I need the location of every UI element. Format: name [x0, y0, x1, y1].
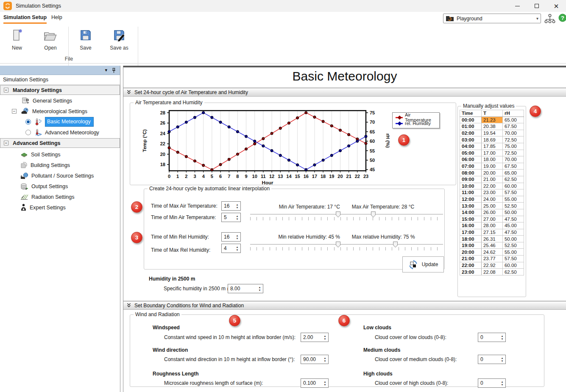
minimize-button[interactable]: [507, 0, 527, 12]
table-cell-humidity[interactable]: 60.00: [502, 262, 524, 269]
spinner-buttons[interactable]: ▲▼: [234, 213, 240, 222]
table-cell-time[interactable]: 09:00: [460, 176, 482, 183]
spinner-value[interactable]: 2.00: [301, 333, 322, 342]
table-cell-humidity[interactable]: 70.00: [502, 130, 524, 136]
table-cell-time[interactable]: 06:00: [460, 156, 482, 163]
spinner-value[interactable]: 0: [478, 379, 499, 387]
table-cell-humidity[interactable]: 65.00: [502, 170, 524, 176]
spinner-buttons[interactable]: ▲▼: [322, 355, 328, 364]
table-cell-humidity[interactable]: 47.50: [502, 229, 524, 236]
table-cell-time[interactable]: 10:00: [460, 183, 482, 189]
table-cell-temperature[interactable]: 17.85: [481, 143, 502, 150]
spin-up-icon[interactable]: ▲: [236, 215, 239, 217]
spin-up-icon[interactable]: ▲: [236, 203, 239, 206]
table-cell-temperature[interactable]: 25.46: [481, 242, 502, 249]
table-cell-time[interactable]: 05:00: [460, 150, 482, 156]
radio-selected-icon[interactable]: [25, 119, 31, 125]
time-max-air-temp-spinner[interactable]: 16 ▲▼: [221, 201, 241, 211]
spin-up-icon[interactable]: ▲: [324, 335, 326, 337]
humidity-range-slider[interactable]: [250, 244, 443, 245]
menu-help[interactable]: Help: [51, 14, 62, 22]
table-cell-time[interactable]: 04:00: [460, 143, 482, 150]
spinner-buttons[interactable]: ▲▼: [322, 333, 328, 342]
spin-down-icon[interactable]: ▼: [236, 218, 239, 220]
spin-up-icon[interactable]: ▲: [324, 381, 326, 383]
low-clouds-spinner[interactable]: 0 ▲▼: [478, 333, 506, 342]
sidebar-item-radiation-settings[interactable]: Radiation Settings: [20, 192, 74, 202]
table-cell-temperature[interactable]: 19.54: [481, 130, 502, 136]
spinner-buttons[interactable]: ▲▼: [499, 355, 505, 364]
table-cell-time[interactable]: 03:00: [460, 136, 482, 143]
table-cell-temperature[interactable]: 17.00: [481, 150, 502, 156]
table-cell-humidity[interactable]: 65.00: [502, 117, 524, 123]
menu-simulation-setup[interactable]: Simulation Setup: [3, 14, 47, 24]
hierarchy-icon[interactable]: [544, 14, 556, 24]
sidebar-item-advanced-meteorology[interactable]: Advanced Meteorology: [25, 127, 99, 138]
spinner-buttons[interactable]: ▲▼: [234, 202, 240, 210]
sidebar-dropdown-icon[interactable]: ▾: [105, 67, 107, 73]
table-cell-humidity[interactable]: 57.50: [502, 256, 524, 262]
close-button[interactable]: ✕: [546, 0, 566, 12]
maximize-button[interactable]: [527, 0, 546, 12]
table-cell-humidity[interactable]: 57.50: [502, 189, 524, 196]
spin-down-icon[interactable]: ▼: [501, 384, 504, 386]
help-icon[interactable]: ?: [558, 14, 566, 22]
table-cell-humidity[interactable]: 55.00: [502, 249, 524, 256]
slider-thumb-max-humidity[interactable]: [393, 242, 398, 247]
spin-up-icon[interactable]: ▲: [501, 335, 504, 337]
table-cell-temperature[interactable]: 24.62: [481, 249, 502, 256]
spinner-value[interactable]: 0.100: [301, 379, 322, 387]
table-cell-time[interactable]: 19:00: [460, 242, 482, 249]
table-cell-time[interactable]: 20:00: [460, 249, 482, 256]
table-cell-humidity[interactable]: 67.50: [502, 163, 524, 170]
save-button[interactable]: Save: [70, 27, 101, 51]
spin-up-icon[interactable]: ▲: [236, 246, 239, 248]
spin-up-icon[interactable]: ▲: [501, 357, 504, 359]
sidebar-item-expert-settings[interactable]: Expert Settings: [20, 202, 66, 213]
spin-down-icon[interactable]: ▼: [259, 289, 261, 292]
save-as-button[interactable]: Save as: [103, 27, 135, 51]
spinner-buttons[interactable]: ▲▼: [499, 333, 505, 342]
specific-humidity-spinner[interactable]: 8.00 ▲▼: [228, 284, 263, 293]
table-cell-temperature[interactable]: 21.00: [481, 176, 502, 183]
collapse-icon[interactable]: −: [4, 88, 8, 92]
table-cell-time[interactable]: 18:00: [460, 236, 482, 242]
table-cell-time[interactable]: 08:00: [460, 170, 482, 176]
spin-up-icon[interactable]: ▲: [259, 286, 261, 289]
table-cell-temperature[interactable]: 22.00: [481, 183, 502, 189]
table-cell-time[interactable]: 13:00: [460, 203, 482, 209]
table-cell-time[interactable]: 22:00: [460, 262, 482, 269]
table-cell-humidity[interactable]: 62.50: [502, 269, 524, 275]
project-selector[interactable]: Playground ▾: [443, 14, 541, 23]
table-cell-temperature[interactable]: 21.23: [481, 117, 502, 123]
slider-thumb-min-humidity[interactable]: [336, 242, 340, 247]
medium-clouds-spinner[interactable]: 0 ▲▼: [478, 355, 506, 364]
table-cell-time[interactable]: 23:00: [460, 269, 482, 275]
table-cell-temperature[interactable]: 18.69: [481, 136, 502, 143]
table-cell-temperature[interactable]: 20.00: [481, 170, 502, 176]
high-clouds-spinner[interactable]: 0 ▲▼: [478, 378, 506, 388]
table-cell-time[interactable]: 16:00: [460, 222, 482, 229]
spinner-buttons[interactable]: ▲▼: [234, 244, 240, 253]
table-cell-temperature[interactable]: 27.00: [481, 216, 502, 222]
table-cell-humidity[interactable]: 67.50: [502, 123, 524, 130]
tree-group-advanced[interactable]: − Advanced Settings: [0, 138, 120, 148]
time-min-rel-humidity-spinner[interactable]: 16 ▲▼: [221, 232, 241, 242]
sidebar-item-basic-meteorology[interactable]: Basic Meteorology: [25, 117, 94, 127]
spin-up-icon[interactable]: ▲: [324, 357, 326, 359]
spin-up-icon[interactable]: ▲: [236, 234, 239, 237]
spinner-value[interactable]: 90.00: [301, 355, 322, 364]
sidebar-item-output-settings[interactable]: Output Settings: [20, 181, 68, 192]
table-cell-time[interactable]: 01:00: [460, 123, 482, 130]
wind-speed-spinner[interactable]: 2.00 ▲▼: [301, 333, 329, 342]
sidebar-item-general-settings[interactable]: General Settings: [22, 95, 72, 106]
spin-down-icon[interactable]: ▼: [324, 384, 326, 386]
table-cell-humidity[interactable]: 50.00: [502, 209, 524, 216]
table-cell-humidity[interactable]: 45.00: [502, 222, 524, 229]
table-cell-humidity[interactable]: 47.50: [502, 216, 524, 222]
sidebar-item-building-settings[interactable]: Building Settings: [20, 160, 70, 170]
table-cell-temperature[interactable]: 25.00: [481, 203, 502, 209]
table-cell-humidity[interactable]: 70.00: [502, 156, 524, 163]
table-cell-temperature[interactable]: 22.92: [481, 262, 502, 269]
table-cell-time[interactable]: 07:00: [460, 163, 482, 170]
